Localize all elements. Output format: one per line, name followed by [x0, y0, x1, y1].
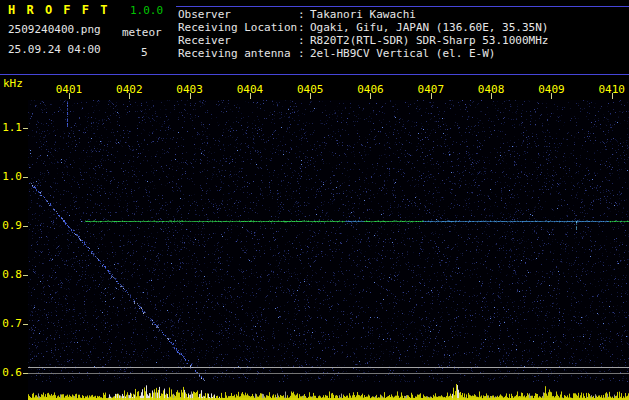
freq-label: 1.1 [2, 121, 22, 134]
time-tick [190, 93, 191, 99]
time-tick [69, 93, 70, 99]
time-label: 0410 [590, 83, 629, 96]
time-tick [491, 93, 492, 99]
time-tick [129, 93, 130, 99]
time-tick [612, 93, 613, 99]
time-tick [250, 93, 251, 99]
time-tick [431, 93, 432, 99]
freq-label: 0.7 [2, 317, 22, 330]
hrofft-screenshot: H R O F F T 1.0.0 2509240400.png meteor … [0, 0, 629, 400]
freq-label: 0.8 [2, 268, 22, 281]
spectrogram-canvas [28, 100, 629, 400]
time-tick [370, 93, 371, 99]
freq-label: 0.6 [2, 366, 22, 379]
time-tick [310, 93, 311, 99]
spectrogram-panel: kHz 040104020403040404050406040704080409… [0, 0, 629, 400]
freq-label: 0.9 [2, 219, 22, 232]
freq-label: 1.0 [2, 170, 22, 183]
time-tick [551, 93, 552, 99]
